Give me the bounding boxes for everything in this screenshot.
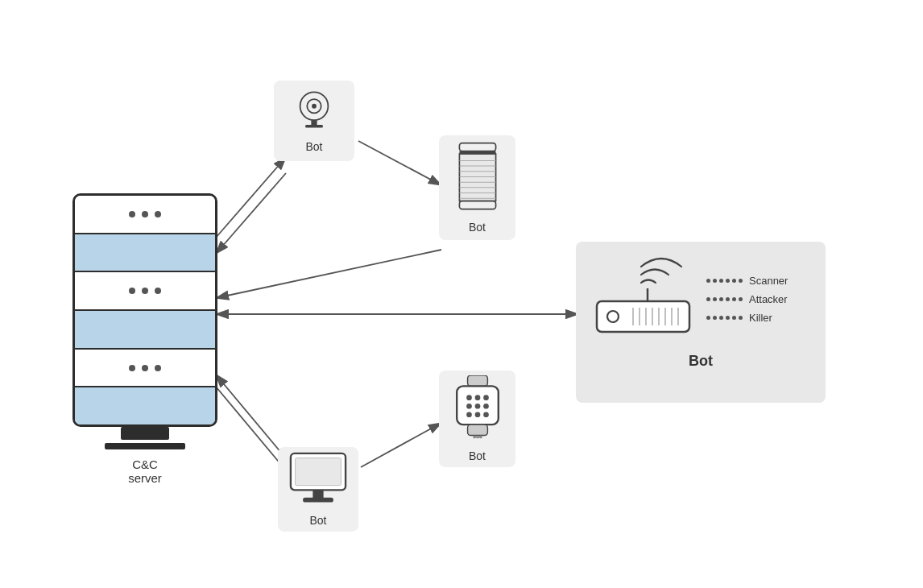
arrow-webcam-to-cylinder xyxy=(358,141,441,185)
legend-scanner-label: Scanner xyxy=(749,275,788,287)
arrow-cylinder-to-server xyxy=(216,250,441,298)
arrow-webcam-to-server xyxy=(216,173,286,254)
svg-point-34 xyxy=(483,395,489,400)
svg-point-4 xyxy=(312,104,317,109)
svg-point-44 xyxy=(478,436,482,439)
bot-monitor: Bot xyxy=(278,447,358,532)
svg-point-33 xyxy=(474,395,480,400)
server-row-2-highlighted xyxy=(75,234,215,273)
legend-killer: Killer xyxy=(706,312,788,324)
dot xyxy=(142,365,148,371)
legend-attacker-label: Attacker xyxy=(749,293,788,305)
svg-point-35 xyxy=(466,404,472,409)
monitor-icon xyxy=(286,452,350,509)
server-row-1 xyxy=(75,196,215,234)
server-label: C&Cserver xyxy=(128,458,162,485)
dot xyxy=(155,211,161,217)
svg-point-37 xyxy=(483,404,489,409)
dot xyxy=(129,288,135,294)
svg-point-38 xyxy=(466,412,472,417)
dot xyxy=(142,288,148,294)
webcam-icon xyxy=(286,89,342,135)
dot xyxy=(129,211,135,217)
diagram: C&Cserver Bot xyxy=(0,0,923,588)
bot-webcam: Bot xyxy=(274,81,354,161)
dot xyxy=(129,365,135,371)
svg-rect-48 xyxy=(296,458,341,486)
server-base xyxy=(105,443,185,449)
svg-rect-6 xyxy=(305,125,323,128)
bot-smartwatch: Bot xyxy=(439,371,515,467)
server-dots-5 xyxy=(129,365,161,371)
svg-point-32 xyxy=(466,395,472,400)
svg-rect-41 xyxy=(467,424,487,435)
legend-scanner: Scanner xyxy=(706,275,788,287)
server-stand xyxy=(121,427,169,440)
dot xyxy=(142,211,148,217)
smartwatch-icon xyxy=(449,375,506,445)
svg-point-43 xyxy=(476,436,479,439)
dot xyxy=(155,365,161,371)
bot-cylinder: Bot xyxy=(439,135,515,240)
legend-killer-label: Killer xyxy=(749,312,772,324)
legend-dots xyxy=(706,297,743,301)
svg-point-40 xyxy=(483,412,489,417)
bot-cylinder-label: Bot xyxy=(469,221,486,234)
cnc-server: C&Cserver xyxy=(72,193,217,485)
server-row-5 xyxy=(75,350,215,388)
svg-point-39 xyxy=(474,412,480,417)
server-row-6-highlighted xyxy=(75,387,215,424)
svg-rect-18 xyxy=(459,201,495,209)
server-row-4-highlighted xyxy=(75,311,215,350)
server-row-3 xyxy=(75,272,215,311)
bot-monitor-label: Bot xyxy=(309,514,326,527)
bot-router: Scanner Attacker xyxy=(576,242,826,403)
svg-rect-7 xyxy=(459,143,495,151)
server-dots-3 xyxy=(129,288,161,294)
bot-webcam-label: Bot xyxy=(305,140,322,153)
cylinder-icon xyxy=(449,142,506,216)
server-rack xyxy=(72,193,217,427)
legend-dots xyxy=(706,279,743,283)
svg-point-42 xyxy=(473,436,476,439)
svg-rect-47 xyxy=(303,498,333,503)
router-icon xyxy=(589,255,693,343)
bot-router-label: Bot xyxy=(589,353,813,370)
router-inner: Scanner Attacker xyxy=(589,255,813,343)
bot-smartwatch-label: Bot xyxy=(469,449,486,462)
arrow-monitor-to-smartwatch xyxy=(361,423,441,467)
svg-rect-30 xyxy=(467,375,487,386)
server-dots-1 xyxy=(129,211,161,217)
svg-rect-20 xyxy=(597,301,689,332)
dot xyxy=(155,288,161,294)
router-legend: Scanner Attacker xyxy=(706,275,788,324)
legend-attacker: Attacker xyxy=(706,293,788,305)
svg-point-36 xyxy=(474,404,480,409)
arrow-server-to-webcam xyxy=(216,157,286,238)
legend-dots xyxy=(706,316,743,320)
